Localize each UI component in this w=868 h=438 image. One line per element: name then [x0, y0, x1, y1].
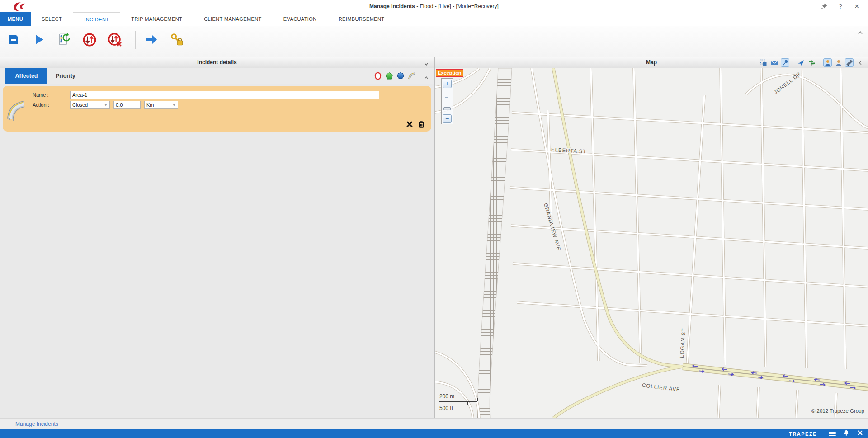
person-icon[interactable]: [834, 58, 843, 67]
menu-bar: MENU SELECT INCIDENT TRIP MANAGEMENT CLI…: [0, 12, 868, 26]
tools-icon[interactable]: [857, 429, 863, 438]
map-zoom-control: + −: [441, 78, 453, 124]
map-panel: Map: [435, 57, 868, 418]
road-tool-icon[interactable]: [408, 72, 416, 80]
distance-input[interactable]: [113, 101, 141, 109]
chevron-down-icon: ▼: [104, 103, 108, 107]
menu-button[interactable]: MENU: [0, 12, 31, 26]
tab-incident[interactable]: INCIDENT: [73, 12, 120, 26]
permissions-button[interactable]: [169, 32, 184, 47]
chevron-up-icon[interactable]: [424, 73, 429, 81]
ellipse-tool-icon[interactable]: [374, 72, 382, 80]
transfer-cancel-button[interactable]: [107, 32, 123, 47]
status-bar: TRAPEZE: [0, 429, 868, 438]
chevron-down-icon: ▼: [172, 103, 176, 107]
scale-metric: 200 m: [439, 393, 454, 400]
map-copyright: © 2012 Trapeze Group: [811, 408, 864, 414]
person-active-icon[interactable]: [823, 58, 832, 67]
map-toolbar-collapse-icon[interactable]: [856, 58, 864, 67]
map-header: Map: [435, 57, 868, 68]
zoom-out-button[interactable]: −: [443, 114, 452, 123]
select-region-icon[interactable]: [759, 58, 768, 67]
tab-reimbursement[interactable]: REIMBURSEMENT: [328, 12, 396, 26]
save-button[interactable]: [6, 32, 21, 47]
map-title: Map: [646, 59, 657, 66]
tab-affected[interactable]: Affected: [5, 68, 47, 84]
window-title: Manage Incidents - Flood - [Live] - [Mod…: [0, 3, 868, 9]
map-drawing: ELBERTA ST GRANDVIEW AVE JONELL DR LOGAN…: [435, 68, 868, 418]
exception-badge[interactable]: Exception: [436, 69, 463, 77]
help-icon[interactable]: ?: [836, 2, 844, 10]
incident-tab-row: Affected Priority: [0, 68, 434, 84]
name-input[interactable]: [70, 91, 379, 99]
zoom-in-button[interactable]: +: [443, 80, 452, 88]
name-label: Name :: [33, 92, 70, 98]
zoom-slider-handle[interactable]: [443, 107, 451, 110]
tab-trip-management[interactable]: TRIP MANAGEMENT: [120, 12, 193, 26]
remove-icon[interactable]: [406, 121, 413, 128]
signpost-icon[interactable]: [807, 58, 816, 67]
affected-area-card: Name : Action : Closed ▼ Km ▼: [3, 86, 431, 132]
pentagon-tool-icon[interactable]: [385, 72, 393, 80]
tab-evacuation[interactable]: EVACUATION: [273, 12, 328, 26]
run-button[interactable]: [31, 32, 47, 47]
navigate-icon[interactable]: [797, 58, 805, 67]
map-canvas[interactable]: ELBERTA ST GRANDVIEW AVE JONELL DR LOGAN…: [435, 68, 868, 418]
chevron-down-icon[interactable]: [424, 61, 429, 67]
measure-icon[interactable]: [845, 58, 854, 67]
close-icon[interactable]: ✕: [853, 2, 861, 10]
forward-button[interactable]: [144, 32, 159, 47]
incident-details-title: Incident details: [197, 59, 236, 66]
incident-details-header: Incident details: [0, 57, 434, 68]
refresh-clients-button[interactable]: [57, 32, 72, 47]
tab-priority[interactable]: Priority: [47, 68, 84, 84]
title-bar: Manage Incidents - Flood - [Live] - [Mod…: [0, 0, 868, 12]
incident-details-panel: Incident details Affected Priority: [0, 57, 434, 418]
toolbar-separator: [135, 31, 136, 49]
email-icon[interactable]: [770, 58, 778, 67]
unit-dropdown[interactable]: Km ▼: [144, 101, 178, 109]
tab-client-management[interactable]: CLIENT MANAGEMENT: [193, 12, 273, 26]
pin-icon[interactable]: [820, 2, 828, 10]
trapeze-logo-icon: [12, 1, 28, 13]
road-icon: [7, 98, 28, 123]
info-bar: Manage Incidents: [0, 418, 868, 429]
tab-select[interactable]: SELECT: [31, 12, 73, 26]
brand-label: TRAPEZE: [789, 431, 817, 437]
map-pin-icon[interactable]: [781, 58, 789, 67]
toolbar: [0, 26, 868, 57]
hamburger-menu-icon[interactable]: [829, 431, 836, 437]
action-label: Action :: [33, 102, 70, 108]
polygon-tool-icon[interactable]: [396, 72, 405, 80]
info-bar-text: Manage Incidents: [15, 421, 58, 427]
transfer-button[interactable]: [82, 32, 97, 47]
zoom-slider-track[interactable]: [443, 88, 452, 114]
notifications-icon[interactable]: [843, 429, 849, 438]
ribbon-collapse-icon[interactable]: [858, 28, 863, 36]
action-dropdown[interactable]: Closed ▼: [70, 101, 110, 109]
scale-imperial: 500 ft: [439, 405, 453, 411]
trash-icon[interactable]: [418, 121, 425, 128]
